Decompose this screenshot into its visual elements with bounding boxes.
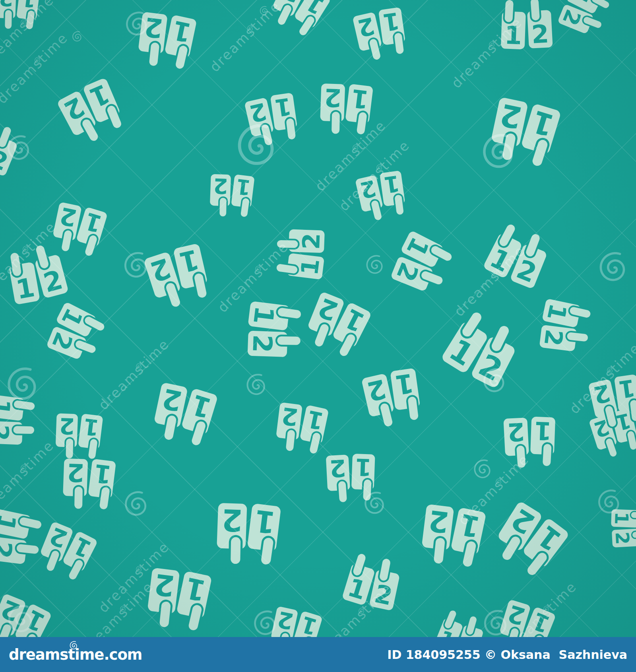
watermark-spiral-icon (125, 253, 145, 276)
pattern-canvas: 1 2 dreamstimedreamstimedreamstimedreams… (0, 0, 636, 637)
dreamstime-spiral-icon (69, 641, 79, 651)
watermark-spiral-icon (599, 491, 618, 513)
calendar-12-icon (388, 229, 458, 299)
calendar-12-icon (134, 8, 197, 73)
calendar-12-icon (143, 242, 213, 313)
calendar-12-icon (0, 113, 25, 179)
calendar-12-icon (440, 305, 526, 392)
calendar-icons-layer (0, 0, 636, 637)
watermark-spiral-icon (126, 492, 145, 515)
calendar-12-icon (432, 606, 489, 637)
calendar-12-icon (244, 301, 304, 361)
seamless-pattern-background: 1 2 dreamstimedreamstimedreamstimedreams… (0, 0, 636, 637)
calendar-12-icon (299, 288, 373, 362)
calendar-12-icon (142, 564, 212, 635)
stock-image-preview: 1 2 dreamstimedreamstimedreamstimedreams… (0, 0, 636, 672)
calendar-12-icon (55, 76, 128, 150)
image-credit: ID 184095255 © Oksana Sazhnieva (387, 648, 627, 662)
calendar-12-icon (207, 172, 255, 220)
footer-bar: dreamstime.com ID 184095255 © Oksana Saz… (0, 637, 636, 672)
calendar-12-icon (555, 0, 614, 40)
calendar-12-icon (485, 93, 562, 172)
calendar-12-icon (53, 411, 103, 462)
calendar-12-icon (60, 455, 116, 513)
calendar-12-icon (537, 298, 595, 355)
watermark-spiral-icon (475, 460, 490, 477)
watermark-spiral-icon (365, 493, 383, 513)
watermark-spiral-icon (255, 612, 275, 634)
calendar-12-icon (487, 498, 571, 583)
watermark-spiral-icon (367, 256, 382, 273)
calendar-12-icon (0, 508, 46, 569)
calendar-12-icon (266, 604, 323, 637)
dreamstime-logo: dreamstime.com (9, 647, 142, 662)
watermark-spiral-icon (601, 253, 624, 280)
calendar-12-icon (272, 400, 329, 458)
watermark-text: dreamstime (0, 437, 57, 515)
calendar-12-icon (43, 301, 110, 367)
watermark-text: dreamstime (448, 14, 525, 91)
watermark-text: dreamstime (207, 0, 284, 75)
watermark-spiral-icon (73, 32, 81, 41)
calendar-12-icon (213, 499, 281, 569)
watermark-spiral-icon (248, 375, 264, 394)
calendar-12-icon (33, 519, 99, 585)
calendar-12-icon (352, 6, 409, 64)
calendar-12-icon (148, 379, 219, 451)
watermark-spiral-icon (9, 369, 35, 398)
calendar-12-icon (361, 366, 424, 431)
calendar-12-icon (0, 394, 38, 448)
calendar-12-icon (611, 509, 636, 548)
